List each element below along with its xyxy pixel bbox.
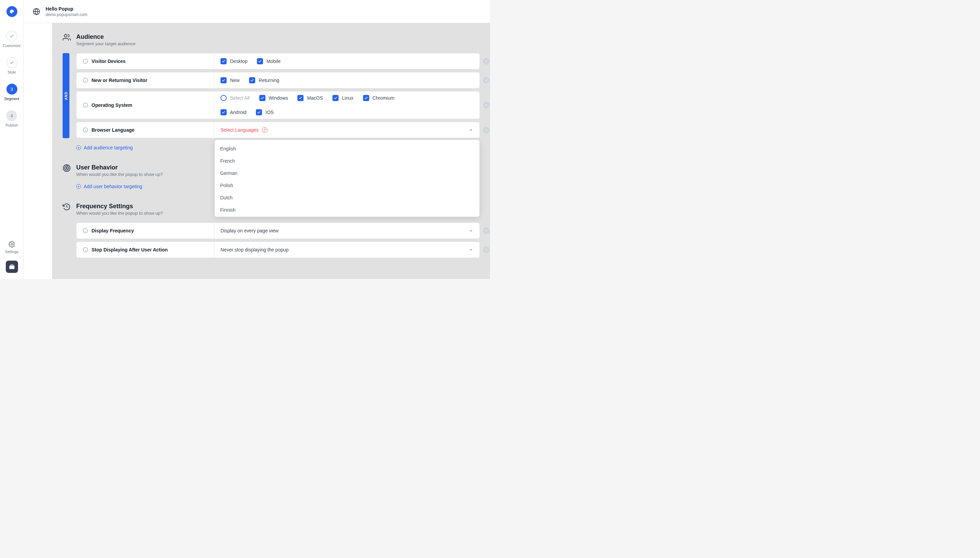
checkbox-windows[interactable]: Windows xyxy=(259,95,288,101)
info-icon[interactable] xyxy=(83,102,88,108)
checkbox-new[interactable]: New xyxy=(220,77,240,84)
svg-line-30 xyxy=(67,207,68,208)
info-icon[interactable] xyxy=(83,228,88,233)
remove-rule-button[interactable] xyxy=(483,227,490,234)
chevron-up-icon xyxy=(469,128,473,132)
chevron-down-icon xyxy=(469,228,473,233)
plus-icon: + xyxy=(76,184,81,189)
info-icon[interactable] xyxy=(83,59,88,64)
rule-operating-system: Operating System Select All Windows MacO… xyxy=(76,91,480,119)
settings-button[interactable]: Settings xyxy=(5,241,19,254)
svg-point-4 xyxy=(64,34,67,37)
briefcase-icon xyxy=(9,264,15,270)
app-logo[interactable] xyxy=(7,6,17,17)
remove-rule-button[interactable] xyxy=(483,126,490,133)
section-title: User Behavior xyxy=(76,164,163,171)
svg-point-27 xyxy=(66,167,67,169)
checkbox-returning[interactable]: Returning xyxy=(249,77,279,84)
svg-point-0 xyxy=(11,244,13,245)
section-title: Frequency Settings xyxy=(76,203,163,210)
canvas-sidebar xyxy=(24,23,53,279)
section-subtitle: Segment your target audience xyxy=(76,41,135,46)
rule-display-frequency: Display Frequency Display on every page … xyxy=(76,223,480,239)
page-header: Hello Popup demo.popupsmart.com xyxy=(24,0,490,23)
and-connector: AND xyxy=(62,53,69,138)
remove-rule-button[interactable] xyxy=(483,246,490,253)
language-option[interactable]: Polish xyxy=(215,179,478,192)
info-icon[interactable] xyxy=(83,127,88,133)
plus-icon: + xyxy=(76,145,81,150)
section-subtitle: When would you like the popup to show up… xyxy=(76,172,163,177)
checkbox-mobile[interactable]: Mobile xyxy=(257,58,281,64)
error-icon: ! xyxy=(262,127,268,133)
behavior-icon xyxy=(62,164,71,172)
globe-icon xyxy=(33,8,40,15)
rule-browser-language: Browser Language Select Languages! Engli… xyxy=(76,122,480,138)
checkbox-linux[interactable]: Linux xyxy=(332,95,353,101)
checkbox-macos[interactable]: MacOS xyxy=(297,95,323,101)
display-frequency-select[interactable]: Display on every page view xyxy=(214,223,479,238)
gear-icon xyxy=(8,241,15,248)
checkbox-chromium[interactable]: Chromium xyxy=(363,95,395,101)
page-subtitle: demo.popupsmart.com xyxy=(46,12,87,17)
language-option[interactable]: English xyxy=(215,143,478,155)
section-title: Audience xyxy=(76,33,135,41)
audience-icon xyxy=(62,33,71,41)
nav-step-segment[interactable]: 3 Segment xyxy=(4,84,19,101)
rule-stop-displaying: Stop Displaying After User Action Never … xyxy=(76,241,480,258)
checkbox-android[interactable]: Android xyxy=(220,109,246,115)
frequency-icon xyxy=(62,203,71,211)
remove-rule-button[interactable] xyxy=(483,58,490,65)
info-icon[interactable] xyxy=(83,247,88,253)
remove-rule-button[interactable] xyxy=(483,77,490,84)
main-content: Audience Segment your target audience AN… xyxy=(53,23,490,279)
language-option[interactable]: Finnish xyxy=(215,204,478,214)
svg-rect-1 xyxy=(9,265,14,269)
remove-rule-button[interactable] xyxy=(483,102,490,108)
checkbox-ios[interactable]: IOS xyxy=(256,109,274,115)
rule-new-returning: New or Returning Visitor New Returning xyxy=(76,72,480,89)
language-option[interactable]: French xyxy=(215,155,478,167)
stop-displaying-select[interactable]: Never stop displaying the popup xyxy=(214,242,479,257)
section-subtitle: When would you like the popup to show up… xyxy=(76,211,163,216)
language-dropdown: English French German Polish Dutch Finni… xyxy=(215,140,479,217)
rule-visitor-devices: Visitor Devices Desktop Mobile xyxy=(76,53,480,69)
page-title: Hello Popup xyxy=(46,6,87,11)
nav-step-publish[interactable]: 4 Publish xyxy=(5,110,18,127)
radio-select-all[interactable]: Select All xyxy=(220,95,250,101)
sidebar-nav: Customize Style 3 Segment 4 Publish Sett… xyxy=(0,0,24,279)
info-icon[interactable] xyxy=(83,77,88,83)
language-select-trigger[interactable]: Select Languages! xyxy=(214,123,479,138)
checkbox-desktop[interactable]: Desktop xyxy=(220,58,247,64)
chevron-down-icon xyxy=(469,247,473,252)
nav-step-customize[interactable]: Customize xyxy=(3,31,21,48)
briefcase-button[interactable] xyxy=(6,261,18,273)
nav-step-style[interactable]: Style xyxy=(7,57,17,74)
svg-point-26 xyxy=(65,166,69,170)
language-option[interactable]: German xyxy=(215,167,478,179)
language-option[interactable]: Dutch xyxy=(215,192,478,204)
